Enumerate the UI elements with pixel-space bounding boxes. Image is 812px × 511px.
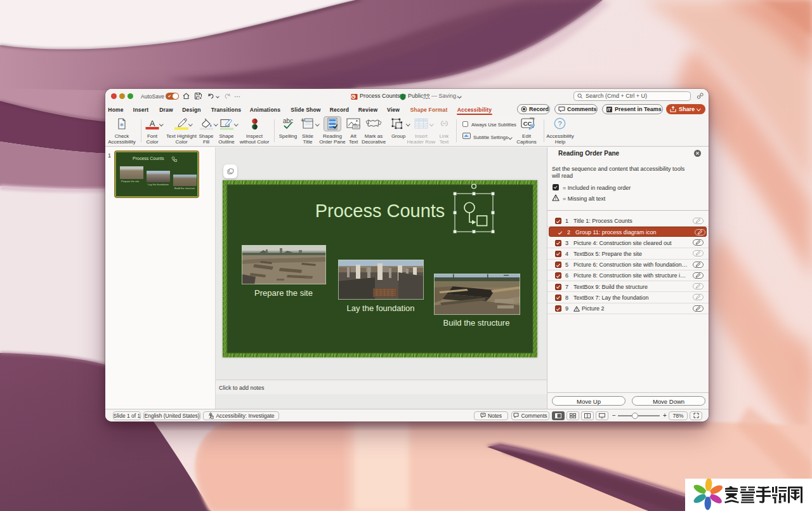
svg-text:?: ? <box>558 120 561 128</box>
svg-text:A: A <box>150 119 155 128</box>
svg-text:CC: CC <box>523 120 532 127</box>
